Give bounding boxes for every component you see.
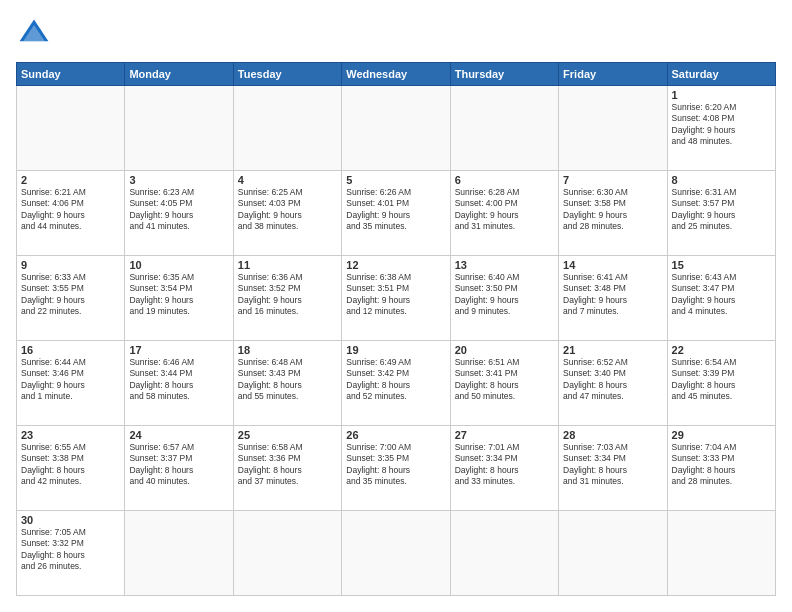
day-info: Sunrise: 6:21 AM Sunset: 4:06 PM Dayligh… bbox=[21, 187, 120, 233]
calendar-cell: 2Sunrise: 6:21 AM Sunset: 4:06 PM Daylig… bbox=[17, 171, 125, 256]
calendar-cell: 20Sunrise: 6:51 AM Sunset: 3:41 PM Dayli… bbox=[450, 341, 558, 426]
calendar-cell: 4Sunrise: 6:25 AM Sunset: 4:03 PM Daylig… bbox=[233, 171, 341, 256]
calendar-cell: 11Sunrise: 6:36 AM Sunset: 3:52 PM Dayli… bbox=[233, 256, 341, 341]
calendar-cell: 9Sunrise: 6:33 AM Sunset: 3:55 PM Daylig… bbox=[17, 256, 125, 341]
day-number: 26 bbox=[346, 429, 445, 441]
calendar-cell: 14Sunrise: 6:41 AM Sunset: 3:48 PM Dayli… bbox=[559, 256, 667, 341]
day-number: 22 bbox=[672, 344, 771, 356]
calendar-cell: 17Sunrise: 6:46 AM Sunset: 3:44 PM Dayli… bbox=[125, 341, 233, 426]
day-number: 15 bbox=[672, 259, 771, 271]
header bbox=[16, 16, 776, 52]
calendar-cell: 21Sunrise: 6:52 AM Sunset: 3:40 PM Dayli… bbox=[559, 341, 667, 426]
day-number: 5 bbox=[346, 174, 445, 186]
calendar-cell: 12Sunrise: 6:38 AM Sunset: 3:51 PM Dayli… bbox=[342, 256, 450, 341]
weekday-header-wednesday: Wednesday bbox=[342, 63, 450, 86]
day-info: Sunrise: 6:46 AM Sunset: 3:44 PM Dayligh… bbox=[129, 357, 228, 403]
day-number: 14 bbox=[563, 259, 662, 271]
calendar-cell bbox=[342, 86, 450, 171]
day-info: Sunrise: 6:58 AM Sunset: 3:36 PM Dayligh… bbox=[238, 442, 337, 488]
day-info: Sunrise: 6:33 AM Sunset: 3:55 PM Dayligh… bbox=[21, 272, 120, 318]
calendar-cell: 19Sunrise: 6:49 AM Sunset: 3:42 PM Dayli… bbox=[342, 341, 450, 426]
calendar-cell: 7Sunrise: 6:30 AM Sunset: 3:58 PM Daylig… bbox=[559, 171, 667, 256]
day-info: Sunrise: 6:49 AM Sunset: 3:42 PM Dayligh… bbox=[346, 357, 445, 403]
day-number: 18 bbox=[238, 344, 337, 356]
logo bbox=[16, 16, 56, 52]
calendar-week-5: 30Sunrise: 7:05 AM Sunset: 3:32 PM Dayli… bbox=[17, 511, 776, 596]
calendar-cell bbox=[125, 86, 233, 171]
day-info: Sunrise: 6:43 AM Sunset: 3:47 PM Dayligh… bbox=[672, 272, 771, 318]
calendar-cell: 22Sunrise: 6:54 AM Sunset: 3:39 PM Dayli… bbox=[667, 341, 775, 426]
calendar-cell bbox=[450, 511, 558, 596]
weekday-header-saturday: Saturday bbox=[667, 63, 775, 86]
day-number: 8 bbox=[672, 174, 771, 186]
weekday-header-monday: Monday bbox=[125, 63, 233, 86]
calendar-cell: 26Sunrise: 7:00 AM Sunset: 3:35 PM Dayli… bbox=[342, 426, 450, 511]
calendar-cell bbox=[667, 511, 775, 596]
calendar-cell bbox=[559, 511, 667, 596]
calendar-week-4: 23Sunrise: 6:55 AM Sunset: 3:38 PM Dayli… bbox=[17, 426, 776, 511]
day-info: Sunrise: 7:00 AM Sunset: 3:35 PM Dayligh… bbox=[346, 442, 445, 488]
calendar-header-row: SundayMondayTuesdayWednesdayThursdayFrid… bbox=[17, 63, 776, 86]
day-info: Sunrise: 6:40 AM Sunset: 3:50 PM Dayligh… bbox=[455, 272, 554, 318]
calendar-cell: 8Sunrise: 6:31 AM Sunset: 3:57 PM Daylig… bbox=[667, 171, 775, 256]
day-info: Sunrise: 7:05 AM Sunset: 3:32 PM Dayligh… bbox=[21, 527, 120, 573]
calendar-cell: 10Sunrise: 6:35 AM Sunset: 3:54 PM Dayli… bbox=[125, 256, 233, 341]
day-info: Sunrise: 6:54 AM Sunset: 3:39 PM Dayligh… bbox=[672, 357, 771, 403]
day-number: 10 bbox=[129, 259, 228, 271]
calendar-cell: 16Sunrise: 6:44 AM Sunset: 3:46 PM Dayli… bbox=[17, 341, 125, 426]
day-number: 30 bbox=[21, 514, 120, 526]
calendar-cell bbox=[233, 86, 341, 171]
day-info: Sunrise: 6:44 AM Sunset: 3:46 PM Dayligh… bbox=[21, 357, 120, 403]
logo-icon bbox=[16, 16, 52, 52]
day-number: 28 bbox=[563, 429, 662, 441]
weekday-header-friday: Friday bbox=[559, 63, 667, 86]
day-info: Sunrise: 6:55 AM Sunset: 3:38 PM Dayligh… bbox=[21, 442, 120, 488]
calendar-cell bbox=[342, 511, 450, 596]
day-info: Sunrise: 6:20 AM Sunset: 4:08 PM Dayligh… bbox=[672, 102, 771, 148]
calendar-cell bbox=[17, 86, 125, 171]
weekday-header-thursday: Thursday bbox=[450, 63, 558, 86]
day-number: 16 bbox=[21, 344, 120, 356]
day-info: Sunrise: 6:30 AM Sunset: 3:58 PM Dayligh… bbox=[563, 187, 662, 233]
calendar-cell: 1Sunrise: 6:20 AM Sunset: 4:08 PM Daylig… bbox=[667, 86, 775, 171]
day-info: Sunrise: 6:52 AM Sunset: 3:40 PM Dayligh… bbox=[563, 357, 662, 403]
day-info: Sunrise: 7:04 AM Sunset: 3:33 PM Dayligh… bbox=[672, 442, 771, 488]
calendar-cell: 15Sunrise: 6:43 AM Sunset: 3:47 PM Dayli… bbox=[667, 256, 775, 341]
day-number: 4 bbox=[238, 174, 337, 186]
day-info: Sunrise: 6:51 AM Sunset: 3:41 PM Dayligh… bbox=[455, 357, 554, 403]
calendar-cell: 25Sunrise: 6:58 AM Sunset: 3:36 PM Dayli… bbox=[233, 426, 341, 511]
day-number: 2 bbox=[21, 174, 120, 186]
day-number: 12 bbox=[346, 259, 445, 271]
day-number: 13 bbox=[455, 259, 554, 271]
day-number: 20 bbox=[455, 344, 554, 356]
calendar-cell: 30Sunrise: 7:05 AM Sunset: 3:32 PM Dayli… bbox=[17, 511, 125, 596]
day-number: 7 bbox=[563, 174, 662, 186]
calendar-cell: 29Sunrise: 7:04 AM Sunset: 3:33 PM Dayli… bbox=[667, 426, 775, 511]
calendar-cell: 23Sunrise: 6:55 AM Sunset: 3:38 PM Dayli… bbox=[17, 426, 125, 511]
day-info: Sunrise: 6:38 AM Sunset: 3:51 PM Dayligh… bbox=[346, 272, 445, 318]
calendar-cell: 18Sunrise: 6:48 AM Sunset: 3:43 PM Dayli… bbox=[233, 341, 341, 426]
day-number: 3 bbox=[129, 174, 228, 186]
weekday-header-tuesday: Tuesday bbox=[233, 63, 341, 86]
calendar-week-3: 16Sunrise: 6:44 AM Sunset: 3:46 PM Dayli… bbox=[17, 341, 776, 426]
calendar-cell: 28Sunrise: 7:03 AM Sunset: 3:34 PM Dayli… bbox=[559, 426, 667, 511]
day-number: 24 bbox=[129, 429, 228, 441]
weekday-header-sunday: Sunday bbox=[17, 63, 125, 86]
calendar-cell bbox=[233, 511, 341, 596]
calendar-cell: 5Sunrise: 6:26 AM Sunset: 4:01 PM Daylig… bbox=[342, 171, 450, 256]
day-number: 23 bbox=[21, 429, 120, 441]
day-number: 11 bbox=[238, 259, 337, 271]
calendar-week-0: 1Sunrise: 6:20 AM Sunset: 4:08 PM Daylig… bbox=[17, 86, 776, 171]
calendar-cell bbox=[450, 86, 558, 171]
day-number: 9 bbox=[21, 259, 120, 271]
calendar-week-1: 2Sunrise: 6:21 AM Sunset: 4:06 PM Daylig… bbox=[17, 171, 776, 256]
calendar-cell: 3Sunrise: 6:23 AM Sunset: 4:05 PM Daylig… bbox=[125, 171, 233, 256]
calendar-cell: 13Sunrise: 6:40 AM Sunset: 3:50 PM Dayli… bbox=[450, 256, 558, 341]
day-info: Sunrise: 6:26 AM Sunset: 4:01 PM Dayligh… bbox=[346, 187, 445, 233]
day-info: Sunrise: 6:23 AM Sunset: 4:05 PM Dayligh… bbox=[129, 187, 228, 233]
calendar-cell bbox=[125, 511, 233, 596]
calendar-cell bbox=[559, 86, 667, 171]
day-info: Sunrise: 7:01 AM Sunset: 3:34 PM Dayligh… bbox=[455, 442, 554, 488]
calendar-week-2: 9Sunrise: 6:33 AM Sunset: 3:55 PM Daylig… bbox=[17, 256, 776, 341]
page: SundayMondayTuesdayWednesdayThursdayFrid… bbox=[0, 0, 792, 612]
